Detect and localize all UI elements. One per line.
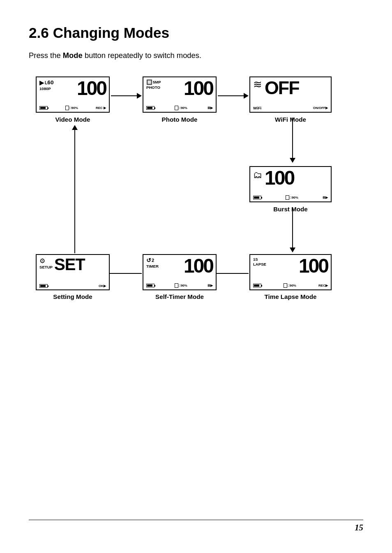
chapter-title: 2.6 Changing Modes [29,25,363,41]
timelapse-mode-screen: 1S LAPSE 100 □90% REC▶ [249,254,332,290]
burst-mode-number: 100 [265,169,294,187]
wifi-mode-bottom: WiFi ON/OFF▶ [253,106,328,110]
mode-keyword: Mode [63,51,83,60]
timelapse-mode-number: 100 [299,257,328,275]
photo-mode-bottom: □90% ⊞▶ [146,106,213,110]
mode-diagram: ▶ L60 1080P 100 □90% REC ▶ Video Mode 🔲 … [36,76,356,323]
video-mode-icon: ▶ L60 1080P [39,79,55,91]
wifi-mode-number: OFF [265,79,299,96]
arrow-video-to-photo [111,93,142,99]
timelapse-mode-icon: 1S LAPSE [253,257,269,266]
burst-mode-icon: 🗂 [253,171,262,180]
selftimer-mode-label: Self-Timer Mode [143,293,217,300]
selftimer-mode-icon: ↺ 2 TIMER [146,257,162,269]
timelapse-mode-label: Time Lapse Mode [249,293,332,300]
setting-mode-icon: ⚙ SETUP [39,257,53,269]
arrow-photo-to-wifi [218,93,249,99]
setting-mode-screen: ⚙ SETUP SET OK▶ [36,254,110,290]
timelapse-mode-bottom: □90% REC▶ [253,283,328,288]
arrow-setting-to-video [72,125,78,253]
selftimer-mode-number: 100 [184,257,213,275]
photo-mode-screen: 🔲 5MP PHOTO 100 □90% ⊞▶ [143,76,217,113]
video-mode-bottom: □90% REC ▶ [39,106,106,110]
wifi-mode-icon: ≋ [253,79,262,90]
photo-mode-icon: 🔲 5MP PHOTO [146,79,162,90]
arrow-burst-to-timelapse [290,207,295,252]
arrow-wifi-to-burst [290,118,295,163]
setting-mode-number: SET [54,257,85,272]
photo-mode-label: Photo Mode [143,116,217,123]
setting-mode-bottom: OK▶ [39,284,106,288]
video-mode-number: 100 [77,79,106,97]
page-number: 15 [355,523,363,532]
selftimer-mode-bottom: □90% ⊞▶ [146,283,213,288]
selftimer-mode-screen: ↺ 2 TIMER 100 □90% ⊞▶ [143,254,217,290]
wifi-mode-screen: ≋ OFF WiFi ON/OFF▶ [249,76,332,113]
bottom-rule [29,520,363,520]
video-mode-label: Video Mode [36,116,110,123]
burst-mode-bottom: □90% ⊞▶ [253,195,328,200]
photo-mode-number: 100 [184,79,213,97]
intro-paragraph: Press the Mode button repeatedly to swit… [29,51,363,60]
setting-mode-label: Setting Mode [36,293,110,300]
video-mode-screen: ▶ L60 1080P 100 □90% REC ▶ [36,76,110,113]
burst-mode-screen: 🗂 100 □90% ⊞▶ [249,166,332,202]
